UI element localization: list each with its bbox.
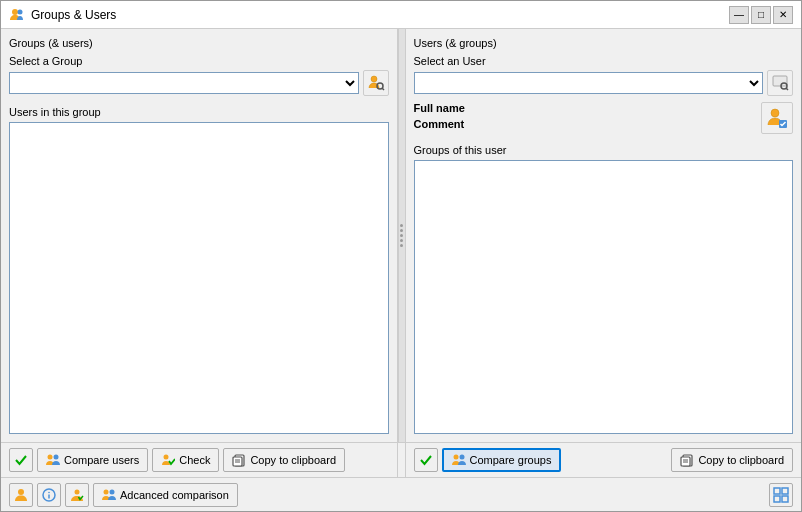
- user-select[interactable]: [414, 72, 764, 94]
- svg-point-25: [48, 491, 50, 493]
- svg-point-10: [48, 455, 53, 460]
- clipboard-icon-right: [680, 453, 694, 467]
- advanced-comparison-button[interactable]: Adcanced comparison: [93, 483, 238, 507]
- advanced-icon: [102, 488, 116, 502]
- copy-left-button[interactable]: Copy to clipboard: [223, 448, 345, 472]
- clipboard-icon-left: [232, 453, 246, 467]
- minimize-button[interactable]: —: [729, 6, 749, 24]
- svg-point-17: [453, 455, 458, 460]
- compare-users-icon: [46, 453, 60, 467]
- svg-rect-31: [782, 488, 788, 494]
- right-panel: Users (& groups) Select an User: [406, 29, 802, 442]
- user-check-icon: [766, 107, 788, 129]
- main-content: Groups (& users) Select a Group Users in: [1, 29, 801, 442]
- select-group-row: [9, 70, 389, 96]
- users-list[interactable]: [9, 122, 389, 434]
- check-icon: [161, 453, 175, 467]
- compare-users-button[interactable]: Compare users: [37, 448, 148, 472]
- search-group-button[interactable]: [363, 70, 389, 96]
- divider-dot-5: [400, 244, 403, 247]
- svg-point-18: [459, 455, 464, 460]
- settings-icon: [70, 488, 84, 502]
- svg-rect-32: [774, 496, 780, 502]
- right-actions: Compare groups Copy to clipboard: [406, 443, 802, 477]
- copy-right-button[interactable]: Copy to clipboard: [671, 448, 793, 472]
- divider-dot-2: [400, 229, 403, 232]
- search-group-icon: [367, 74, 385, 92]
- group-select[interactable]: [9, 72, 359, 94]
- users-in-group-label: Users in this group: [9, 106, 389, 118]
- footer-left: Adcanced comparison: [9, 483, 238, 507]
- search-user-icon: [771, 74, 789, 92]
- panel-divider[interactable]: [398, 29, 406, 442]
- user-action-button[interactable]: [761, 102, 793, 134]
- groups-list[interactable]: [414, 160, 794, 434]
- svg-point-0: [12, 9, 18, 15]
- divider-dot-4: [400, 239, 403, 242]
- comment-row: Comment: [414, 116, 758, 132]
- compare-groups-button[interactable]: Compare groups: [442, 448, 562, 472]
- svg-rect-30: [774, 488, 780, 494]
- check-button[interactable]: Check: [152, 448, 219, 472]
- search-user-button[interactable]: [767, 70, 793, 96]
- svg-point-27: [75, 489, 80, 494]
- footer-btn-2[interactable]: [37, 483, 61, 507]
- info-icon: [42, 488, 56, 502]
- main-window: Groups & Users — □ ✕ Groups (& users) Se…: [0, 0, 802, 512]
- left-check-button[interactable]: [9, 448, 33, 472]
- svg-point-29: [110, 489, 115, 494]
- left-panel: Groups (& users) Select a Group Users in: [1, 29, 398, 442]
- svg-line-4: [382, 88, 384, 90]
- divider-dot-1: [400, 224, 403, 227]
- window-icon: [9, 7, 25, 23]
- footer-right: [769, 483, 793, 507]
- right-section-header: Users (& groups): [414, 37, 794, 49]
- svg-point-2: [371, 76, 377, 82]
- full-name-row: Full name: [414, 100, 758, 116]
- window-title: Groups & Users: [31, 8, 116, 22]
- svg-point-11: [54, 455, 59, 460]
- divider-dot-3: [400, 234, 403, 237]
- action-divider: [397, 443, 406, 477]
- svg-point-1: [18, 9, 23, 14]
- svg-point-12: [164, 455, 169, 460]
- grid-icon: [773, 487, 789, 503]
- select-group-label: Select a Group: [9, 55, 389, 67]
- user-info-row: Full name Comment: [414, 100, 794, 134]
- full-name-label: Full name: [414, 102, 465, 114]
- groups-of-user-label: Groups of this user: [414, 144, 794, 156]
- left-section-header: Groups (& users): [9, 37, 389, 49]
- title-bar-controls: — □ ✕: [729, 6, 793, 24]
- footer-bar: Adcanced comparison: [1, 477, 801, 511]
- svg-rect-5: [773, 76, 787, 86]
- close-button[interactable]: ✕: [773, 6, 793, 24]
- check-mark-icon: [14, 453, 28, 467]
- select-user-label: Select an User: [414, 55, 794, 67]
- person-icon: [14, 488, 28, 502]
- title-bar: Groups & Users — □ ✕: [1, 1, 801, 29]
- left-actions: Compare users Check Copy to clipboard: [1, 443, 397, 477]
- footer-btn-1[interactable]: [9, 483, 33, 507]
- user-info-section: Full name Comment: [414, 100, 758, 132]
- compare-groups-icon: [452, 453, 466, 467]
- action-bar: Compare users Check Copy to clipboard: [1, 442, 801, 477]
- select-user-row: [414, 70, 794, 96]
- title-bar-left: Groups & Users: [9, 7, 116, 23]
- right-check-button[interactable]: [414, 448, 438, 472]
- svg-point-23: [18, 489, 24, 495]
- svg-line-7: [786, 88, 788, 90]
- footer-grid-button[interactable]: [769, 483, 793, 507]
- check-mark-icon-right: [419, 453, 433, 467]
- svg-point-28: [104, 489, 109, 494]
- maximize-button[interactable]: □: [751, 6, 771, 24]
- svg-point-8: [771, 109, 779, 117]
- footer-btn-3[interactable]: [65, 483, 89, 507]
- svg-rect-33: [782, 496, 788, 502]
- comment-label: Comment: [414, 118, 465, 130]
